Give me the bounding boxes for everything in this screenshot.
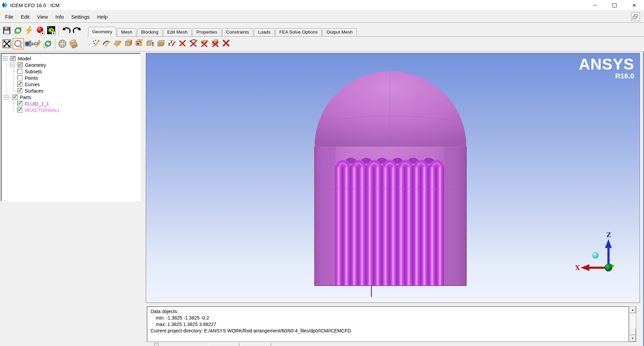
zoom-window-icon[interactable]: x [13, 38, 24, 50]
menu-bar: File Edit View Info Settings Help [0, 11, 644, 22]
tree-item-model[interactable]: ✓ Model [3, 55, 140, 62]
scroll-down-button[interactable]: ▼ [629, 335, 636, 342]
tree-item-points[interactable]: Points [3, 75, 140, 81]
maximize-button[interactable] [605, 0, 624, 11]
collapse-toggle[interactable] [4, 95, 8, 99]
tree-item-subsets[interactable]: Subsets [3, 68, 140, 75]
tab-output-mesh[interactable]: Output Mesh [322, 28, 357, 36]
tab-mesh[interactable]: Mesh [117, 28, 136, 36]
checkbox-reactorwall[interactable]: ✓ [17, 108, 22, 113]
create-curve-icon[interactable] [102, 38, 112, 48]
delete-body-icon[interactable] [210, 38, 220, 48]
contour-display-dropdown-icon[interactable] [46, 25, 57, 36]
log-line: Data objects: [150, 308, 625, 315]
close-button[interactable]: ✕ [624, 0, 644, 11]
title-bar: ICEM CFD 16.0 : ICM ✕ [0, 0, 644, 11]
x-axis-label: X [575, 264, 580, 271]
scroll-track[interactable] [629, 313, 636, 328]
model-tree-panel: ✓ Model ✓ Geometry Subsets Points ✓ Curv… [1, 53, 141, 201]
mode-tabs: Geometry Mesh Blocking Edit Mesh Propert… [87, 26, 644, 37]
transform-geometry-icon[interactable] [145, 38, 155, 48]
tab-constraints[interactable]: Constraints [222, 28, 253, 36]
toolbar: x LCSx Geometry Mesh [0, 22, 644, 52]
tree-item-geometry[interactable]: ✓ Geometry [3, 62, 140, 68]
tree-item-reactorwall[interactable]: ✓ REACTORWALL [3, 107, 140, 113]
log-button-1[interactable] [209, 343, 239, 346]
refresh-model-icon[interactable] [13, 25, 23, 36]
create-surface-icon[interactable] [113, 38, 123, 48]
tree-item-curves[interactable]: ✓ Curves [3, 81, 140, 88]
delete-curve-icon[interactable] [188, 38, 199, 48]
tree-item-parts[interactable]: ✓ Parts [3, 94, 140, 100]
tree-item-surfaces[interactable]: ✓ Surfaces [3, 88, 140, 94]
create-body-icon[interactable] [123, 38, 134, 48]
reactor-model [146, 53, 640, 303]
checkbox-curves[interactable]: ✓ [17, 82, 22, 87]
tab-edit-mesh[interactable]: Edit Mesh [163, 28, 192, 36]
log-line: Current project directory: E:/ANSYS WORK… [150, 328, 625, 334]
delete-surface-icon[interactable] [199, 38, 209, 48]
undo-icon[interactable] [61, 25, 72, 36]
mdi-restore-button[interactable] [631, 12, 640, 21]
checkbox-model[interactable]: ✓ [11, 56, 16, 61]
save-project-icon[interactable] [1, 25, 12, 36]
update-display-icon[interactable] [42, 38, 53, 49]
log-save-checkbox[interactable] [154, 343, 159, 346]
log-line: min: -1.3825 -1.3825 -0.2 [150, 315, 625, 321]
log-controls-strip [141, 342, 644, 346]
window-title: ICEM CFD 16.0 : ICM [10, 2, 60, 8]
tab-blocking[interactable]: Blocking [137, 28, 162, 36]
tab-properties[interactable]: Properties [192, 28, 221, 36]
collapse-toggle[interactable] [3, 56, 7, 61]
menu-file[interactable]: File [1, 12, 17, 22]
viewport-3d[interactable]: ANSYS R16.0 Z X [146, 53, 640, 303]
log-button-2[interactable] [241, 343, 271, 346]
log-line: max: 1.3825 1.3825 3.88227 [150, 321, 625, 328]
checkbox-subsets[interactable] [17, 69, 22, 74]
log-scrollbar[interactable]: ▲ ▼ [629, 306, 636, 342]
menu-settings[interactable]: Settings [67, 12, 93, 22]
coordinate-triad: Z X [574, 230, 628, 275]
reactor-dome [315, 71, 466, 147]
restore-dormant-entities-icon[interactable] [156, 38, 166, 48]
checkbox-parts[interactable]: ✓ [13, 95, 18, 100]
local-coordinate-system-icon[interactable]: LCSx [24, 38, 42, 49]
message-log: Data objects: min: -1.3825 -1.3825 -0.2 … [147, 306, 629, 342]
delete-any-entity-icon[interactable] [221, 38, 231, 48]
redo-icon[interactable] [72, 25, 83, 36]
fit-window-icon[interactable] [1, 38, 12, 49]
checkbox-fluid-1-1[interactable]: ✓ [17, 101, 22, 106]
run-lightning-icon[interactable] [24, 25, 35, 36]
menu-view[interactable]: View [33, 12, 52, 22]
ansys-logo: ANSYS R16.0 [579, 56, 634, 80]
dormant-entities-icon[interactable]: zZ [167, 38, 177, 48]
checkbox-geometry[interactable]: ✓ [18, 62, 23, 68]
solid-display-icon[interactable] [68, 38, 79, 49]
checkbox-surfaces[interactable]: ✓ [17, 88, 22, 93]
rotation-center-sphere [592, 252, 599, 258]
collapse-toggle[interactable] [10, 63, 15, 67]
tree-item-fluid-1-1[interactable]: ✓ FLUID_1_1 [3, 100, 140, 107]
scroll-thumb[interactable] [629, 328, 636, 335]
menu-edit[interactable]: Edit [17, 12, 33, 22]
icem-app-icon [2, 2, 8, 8]
menu-help[interactable]: Help [94, 12, 112, 22]
create-point-icon[interactable] [91, 38, 101, 48]
svg-text:x: x [20, 44, 22, 48]
wireframe-display-icon[interactable] [57, 38, 68, 49]
delete-point-icon[interactable] [178, 38, 188, 48]
checkbox-points[interactable] [17, 75, 22, 80]
repair-geometry-icon[interactable] [134, 38, 144, 48]
scroll-up-button[interactable]: ▲ [629, 307, 636, 313]
tab-loads[interactable]: Loads [254, 28, 275, 36]
geometry-toolbar: zZ [87, 37, 644, 48]
render-sphere-dropdown-icon[interactable] [35, 25, 46, 36]
reactor-rods [335, 161, 444, 286]
tab-geometry[interactable]: Geometry [88, 27, 116, 37]
menu-info[interactable]: Info [52, 12, 67, 22]
centerline-curve [371, 286, 372, 297]
minimize-button[interactable] [585, 0, 605, 11]
svg-text:Z: Z [170, 40, 173, 44]
svg-text:x: x [38, 39, 40, 42]
tab-fea-solve-options[interactable]: FEA Solve Options [275, 28, 322, 36]
